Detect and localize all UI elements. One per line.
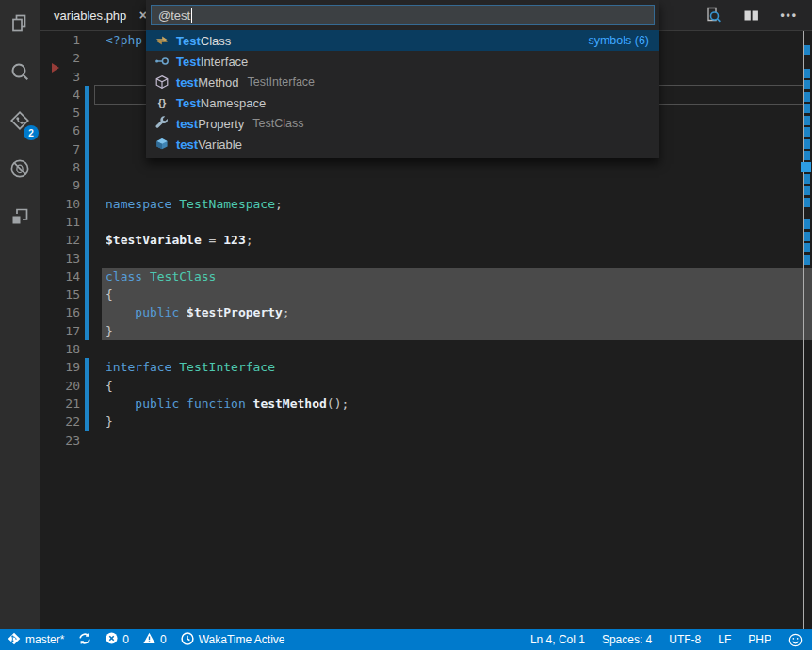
sidebar-item-explorer[interactable] (6, 12, 34, 41)
cursor-line-marker (801, 162, 811, 172)
property-icon (154, 116, 170, 131)
interface-icon (154, 54, 170, 69)
modified-line-marker (804, 243, 810, 252)
code-line[interactable]: 15{ (40, 285, 812, 303)
quick-open-result[interactable]: testPropertyTestClass (146, 113, 659, 134)
line-number: 3 (40, 68, 80, 86)
eol-sequence[interactable]: LF (718, 633, 731, 646)
quick-open-result[interactable]: TestInterface (146, 51, 659, 72)
code-line[interactable]: 18 (40, 340, 812, 358)
symbol-label: TestInterface (176, 55, 248, 69)
line-number: 9 (40, 176, 80, 194)
cursor-position[interactable]: Ln 4, Col 1 (530, 633, 585, 646)
split-editor-icon[interactable] (742, 7, 760, 24)
line-content (89, 250, 106, 268)
line-number: 12 (40, 231, 80, 249)
line-content (89, 104, 106, 122)
modified-line-marker (804, 174, 810, 184)
code-line[interactable]: 14class TestClass (40, 268, 812, 285)
sidebar-item-source-control[interactable]: 2 (6, 108, 34, 137)
feedback-smiley-icon[interactable] (788, 633, 803, 647)
sidebar-item-extensions[interactable] (6, 204, 34, 233)
line-content (89, 213, 106, 231)
modified-line-marker (804, 45, 810, 55)
error-count: 0 (122, 633, 129, 646)
code-line[interactable]: 12$testVariable = 123; (40, 231, 812, 249)
modified-line-marker (804, 80, 810, 89)
code-line[interactable]: 17} (40, 322, 812, 340)
warning-count: 0 (160, 633, 167, 646)
status-bar-right: Ln 4, Col 1 Spaces: 4 UTF-8 LF PHP (513, 633, 803, 647)
sidebar-item-debug[interactable] (6, 156, 34, 185)
sidebar-item-search[interactable] (6, 60, 34, 89)
code-line[interactable]: 9 (40, 176, 812, 194)
sync-button[interactable] (78, 632, 91, 648)
tab-variables-php[interactable]: variables.php × (40, 0, 158, 30)
code-line[interactable]: 20{ (40, 377, 812, 395)
quick-open-result[interactable]: testMethodTestInterface (146, 72, 659, 92)
symbol-description: TestInterface (248, 75, 316, 89)
code-line[interactable]: 23 (40, 431, 812, 449)
line-content: interface TestInterface (89, 358, 275, 376)
line-content: <?php (89, 31, 142, 49)
symbol-label: testVariable (176, 138, 242, 152)
language-mode[interactable]: PHP (748, 633, 771, 646)
quick-open-results: TestClasssymbols (6)TestInterfacetestMet… (146, 30, 659, 154)
code-line[interactable]: 8 (40, 158, 812, 176)
code-line[interactable]: 19interface TestInterface (40, 358, 812, 376)
line-content (89, 68, 106, 86)
symbol-description: TestClass (252, 117, 303, 130)
scm-badge: 2 (24, 125, 39, 140)
code-line[interactable]: 21 public function testMethod(); (40, 395, 812, 413)
line-content: public function testMethod(); (89, 395, 349, 413)
vscode-window: 2 variables.php × (0, 0, 812, 650)
code-line[interactable]: 13 (40, 250, 812, 268)
quick-open-result[interactable]: {}TestNamespace (146, 92, 659, 113)
line-content: { (89, 285, 113, 303)
symbol-label: TestClass (176, 34, 231, 48)
symbol-label: testProperty (176, 117, 244, 131)
modified-line-marker (804, 255, 810, 265)
search-icon (8, 60, 32, 89)
editor-actions: ••• (704, 0, 812, 30)
wakatime-label: WakaTime Active (199, 633, 285, 646)
line-number: 20 (40, 377, 80, 395)
line-content (89, 122, 106, 139)
modified-line-marker (804, 139, 810, 149)
line-number: 16 (40, 303, 80, 321)
line-number: 5 (40, 104, 80, 122)
clock-icon (181, 632, 194, 648)
wakatime-item[interactable]: WakaTime Active (181, 632, 285, 648)
line-content (89, 140, 106, 158)
modified-line-marker (804, 232, 810, 241)
quick-open-input[interactable]: @test (151, 5, 655, 25)
encoding[interactable]: UTF-8 (669, 633, 701, 646)
line-content: } (89, 413, 113, 431)
more-actions-icon[interactable]: ••• (780, 8, 798, 22)
quick-open-result[interactable]: TestClasssymbols (6) (146, 30, 659, 51)
line-content (89, 176, 106, 194)
line-number: 4 (40, 86, 80, 104)
namespace-icon: {} (154, 95, 170, 110)
preview-search-icon[interactable] (704, 6, 723, 24)
code-line[interactable]: 16 public $testProperty; (40, 303, 812, 321)
problems-item[interactable]: 0 0 (106, 632, 166, 647)
code-line[interactable]: 22} (40, 413, 812, 431)
activity-bar: 2 (0, 0, 40, 629)
indentation[interactable]: Spaces: 4 (602, 633, 652, 646)
debug-icon (8, 156, 32, 185)
quick-open-query: @test (158, 8, 190, 23)
result-group-label: symbols (6) (588, 34, 649, 47)
git-branch-item[interactable]: master* (8, 632, 64, 648)
modified-line-marker (804, 116, 810, 125)
line-content: class TestClass (89, 268, 216, 285)
modified-line-marker (804, 186, 810, 195)
code-line[interactable]: 11 (40, 213, 812, 231)
line-number: 15 (40, 285, 80, 303)
code-line[interactable]: 10namespace TestNamespace; (40, 195, 812, 213)
status-bar: master* 0 (0, 629, 812, 650)
quick-open-result[interactable]: testVariable (146, 134, 659, 154)
line-content: public $testProperty; (89, 303, 290, 321)
line-number: 13 (40, 250, 80, 268)
line-content: } (89, 322, 113, 340)
